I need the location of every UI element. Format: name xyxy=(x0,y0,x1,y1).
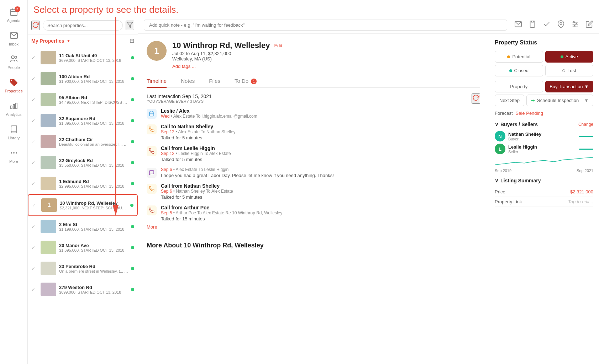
event-body: Sep 6 • Alex Estate To Leslie Higgin I h… xyxy=(161,167,480,178)
tab-notes[interactable]: Notes xyxy=(181,75,195,87)
property-link-value[interactable]: Tap to edit... xyxy=(568,199,593,204)
check-icon: ✓ xyxy=(31,224,38,229)
chevron-down-icon-2: ∨ xyxy=(495,178,498,183)
list-item[interactable]: ✓ 32 Sagamore Rd $1,895,000, STARTED OCT… xyxy=(28,110,138,131)
status-dot xyxy=(131,182,134,185)
svg-point-11 xyxy=(13,152,15,154)
refresh-button[interactable] xyxy=(31,21,40,30)
sidebar-item-library[interactable]: Library xyxy=(0,121,27,144)
tab-timeline[interactable]: Timeline xyxy=(147,75,167,87)
add-tags-link[interactable]: Add tags ... xyxy=(172,64,196,69)
property-link-label: Property Link xyxy=(495,199,522,204)
property-type-label: Property xyxy=(510,84,527,89)
list-item-selected[interactable]: ✓ 1 10 Winthrop Rd, Wellesley $2,321,000… xyxy=(28,194,138,216)
search-input[interactable] xyxy=(43,20,123,31)
edit-link[interactable]: Edit xyxy=(274,43,282,48)
more-link[interactable]: More xyxy=(147,224,157,230)
email-icon[interactable] xyxy=(514,20,522,30)
list-item[interactable]: ✓ 100 Albion Rd $1,900,000, STARTED OCT … xyxy=(28,68,138,89)
nav-more-label: More xyxy=(9,159,18,164)
property-info: 100 Albion Rd $1,900,000, STARTED OCT 13… xyxy=(59,74,128,84)
timeline-event: Call from Nathan Shelley Sep 6 • Nathan … xyxy=(147,183,480,200)
left-navigation: Agenda 3 Inbox People xyxy=(0,0,28,364)
grid-view-button[interactable]: ⊞ xyxy=(130,37,134,44)
nav-people-label: People xyxy=(7,65,20,70)
sidebar-item-properties[interactable]: Properties xyxy=(0,74,27,97)
potential-dot xyxy=(507,55,510,58)
property-type-button[interactable]: Property xyxy=(495,81,543,92)
event-body: Call from Leslie Higgin Sep 12 • Leslie … xyxy=(161,145,480,162)
detail-main: 1 10 Winthrop Rd, Wellesley Edit Jul 02 … xyxy=(138,34,489,364)
property-thumbnail xyxy=(41,72,56,85)
next-step-label: Next Step xyxy=(495,95,524,106)
filter-button[interactable] xyxy=(126,21,134,30)
list-item[interactable]: ✓ 2 Elm St $1,199,000, STARTED OCT 13, 2… xyxy=(28,216,138,237)
location-pin-icon[interactable] xyxy=(557,20,565,30)
property-header: 1 10 Winthrop Rd, Wellesley Edit Jul 02 … xyxy=(147,41,480,69)
price-value: $2,321,000 xyxy=(570,189,593,194)
event-meta: Sep 6 • Alex Estate To Leslie Higgin xyxy=(161,167,480,172)
property-info: 22 Chatham Cir Beautiful colonial on an … xyxy=(59,137,128,146)
buyer-role: Buyer xyxy=(508,137,576,141)
property-thumbnail xyxy=(41,135,56,148)
edit-icon[interactable] xyxy=(585,20,593,30)
last-interaction: Last Interaction Sep 15, 2021 xyxy=(147,93,212,99)
sparkline-svg xyxy=(495,156,593,166)
list-item[interactable]: ✓ 22 Greylock Rd $3,550,000, STARTED OCT… xyxy=(28,152,138,173)
event-meta: Wed • Alex Estate To l.higgin.afc.email@… xyxy=(161,114,480,119)
clipboard-icon[interactable] xyxy=(529,20,536,30)
sidebar-item-people[interactable]: People xyxy=(0,50,27,74)
timeline-event: Leslie / Alex Wed • Alex Estate To l.hig… xyxy=(147,108,480,119)
tab-files[interactable]: Files xyxy=(209,75,220,87)
price-label: Price xyxy=(495,189,505,194)
list-item[interactable]: ✓ 23 Pembroke Rd On a premiere street in… xyxy=(28,258,138,279)
status-lost-button[interactable]: Lost xyxy=(545,65,594,76)
list-item[interactable]: ✓ 20 Manor Ave $1,695,000, STARTED OCT 1… xyxy=(28,237,138,258)
event-title: Call to Nathan Shelley xyxy=(161,124,480,129)
sparkline-chart: Sep 2019 Sep 2021 xyxy=(495,156,593,173)
change-button[interactable]: Change xyxy=(578,122,593,127)
timeline-content: Last Interaction Sep 15, 2021 YOU AVERAG… xyxy=(147,93,480,249)
check-icon: ✓ xyxy=(31,76,38,81)
status-active-button[interactable]: Active xyxy=(545,51,594,63)
event-body: Call to Nathan Shelley Sep 12 • Alex Est… xyxy=(161,124,480,140)
event-description: Talked for 5 minutes xyxy=(161,157,480,162)
check-icon: ✓ xyxy=(32,202,38,208)
sidebar-item-agenda[interactable]: Agenda 3 xyxy=(0,4,27,27)
dropdown-arrow-icon: ▼ xyxy=(67,38,71,43)
check-icon: ✓ xyxy=(31,139,38,144)
property-list: ✓ 11 Oak St Unit 49 $699,000, STARTED OC… xyxy=(28,47,138,364)
timeline-refresh-button[interactable] xyxy=(472,93,480,104)
list-item[interactable]: ✓ 279 Weston Rd $699,000, STARTED OCT 13… xyxy=(28,279,138,300)
status-dot xyxy=(131,225,134,228)
quick-note-input[interactable] xyxy=(144,20,507,31)
sidebar-item-more[interactable]: More xyxy=(0,144,27,168)
active-dot xyxy=(561,55,563,58)
list-item[interactable]: ✓ 11 Oak St Unit 49 $699,000, STARTED OC… xyxy=(28,47,138,68)
next-step-dropdown[interactable]: ➡ Schedule Inspection ▼ xyxy=(526,95,593,106)
event-meta: Sep 5 • Arthur Poe To Alex Estate Re 10 … xyxy=(161,210,480,215)
list-item[interactable]: ✓ 22 Chatham Cir Beautiful colonial on a… xyxy=(28,131,138,152)
list-item[interactable]: ✓ 95 Albion Rd $4,495,000, NEXT STEP: DI… xyxy=(28,89,138,110)
sidebar-item-analytics[interactable]: Analytics xyxy=(0,97,27,121)
status-potential-button[interactable]: Potential xyxy=(495,51,543,63)
sidebar-item-inbox[interactable]: Inbox xyxy=(0,27,27,50)
buy-transaction-button[interactable]: Buy Transaction ▼ xyxy=(545,81,594,92)
forecast-value[interactable]: Sale Pending xyxy=(516,111,543,116)
tab-todo[interactable]: To Do 1 xyxy=(235,75,257,87)
checkmark-icon[interactable] xyxy=(543,20,551,30)
seller-info: Leslie Higgin Seller xyxy=(508,144,576,154)
settings-sliders-icon[interactable] xyxy=(571,20,579,30)
list-item[interactable]: ✓ 1 Edmund Rd $2,995,000, STARTED OCT 13… xyxy=(28,173,138,194)
detail-tabs: Timeline Notes Files To Do 1 xyxy=(147,75,480,88)
property-info: 1 Edmund Rd $2,995,000, STARTED OCT 13, … xyxy=(59,179,128,188)
event-description: I hope you had a great Labor Day. Please… xyxy=(161,173,480,178)
property-status-title: Property Status xyxy=(495,39,593,46)
status-closed-button[interactable]: Closed xyxy=(495,65,543,76)
svg-point-18 xyxy=(560,22,562,24)
top-bar-icons xyxy=(514,20,593,30)
svg-point-6 xyxy=(15,56,17,58)
chart-end-date: Sep 2021 xyxy=(577,168,593,173)
next-step-value-text: Schedule Inspection xyxy=(537,98,579,103)
buy-transaction-label: Buy Transaction xyxy=(550,84,583,89)
